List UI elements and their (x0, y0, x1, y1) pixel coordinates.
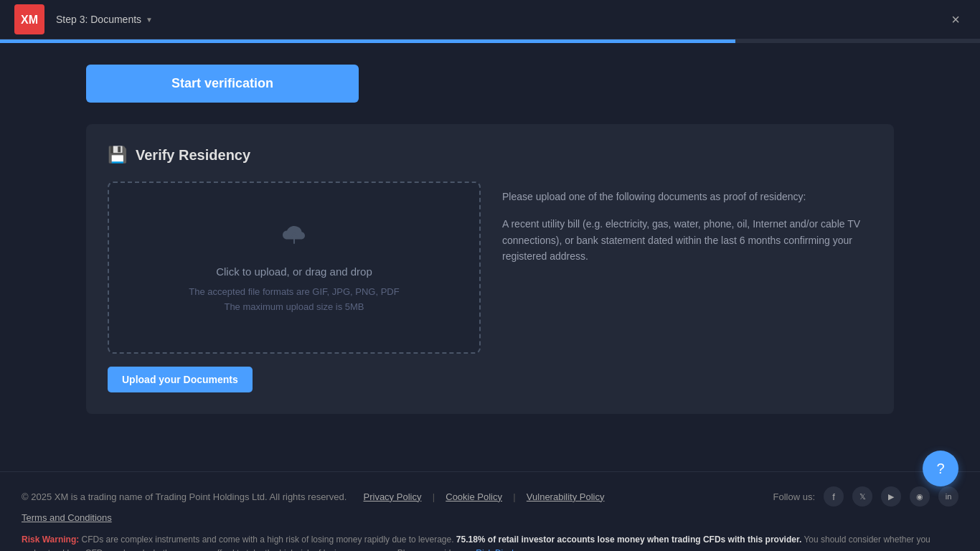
youtube-icon[interactable]: ▶ (881, 486, 901, 507)
risk-text-1: CFDs are complex instruments and come wi… (82, 534, 456, 545)
main-content: Start verification 💾 Verify Residency (0, 43, 980, 443)
verify-residency-title: Verify Residency (136, 147, 250, 164)
footer-tos: Terms and Conditions (22, 512, 958, 523)
footer-risk: Risk Warning: CFDs are complex instrumen… (22, 533, 958, 551)
upload-cloud-icon (277, 220, 311, 255)
upload-formats-text: The accepted file formats are GIF, JPG, … (189, 285, 399, 315)
risk-warning-label: Risk Warning: (22, 534, 79, 545)
footer-sep-3: | (508, 491, 521, 502)
header-left: XM Step 3: Documents ▼ (14, 4, 153, 34)
footer-sep-2: | (427, 491, 440, 502)
footer-sep-1 (352, 491, 357, 502)
residency-info-area: Please upload one of the following docum… (502, 182, 872, 392)
footer-social: Follow us: f 𝕏 ▶ ◉ in (773, 486, 958, 507)
footer: © 2025 XM is a trading name of Trading P… (0, 471, 980, 551)
facebook-icon[interactable]: f (824, 486, 844, 507)
residency-icon: 💾 (108, 146, 127, 164)
svg-text:XM: XM (21, 14, 38, 26)
upload-click-text: Click to upload, or drag and drop (216, 265, 372, 278)
risk-disclosure-link[interactable]: Risk Disclosure (476, 548, 535, 551)
linkedin-icon[interactable]: in (938, 486, 958, 507)
instagram-icon[interactable]: ◉ (910, 486, 930, 507)
footer-top: © 2025 XM is a trading name of Trading P… (22, 486, 958, 507)
footer-vulnerability-policy[interactable]: Vulnerability Policy (527, 491, 605, 502)
step-label-text: Step 3: Documents (56, 14, 141, 25)
close-button[interactable]: × (946, 9, 966, 31)
follow-us-label: Follow us: (773, 491, 815, 502)
risk-end: . (537, 548, 540, 551)
footer-tos-link[interactable]: Terms and Conditions (22, 512, 112, 523)
upload-dropzone[interactable]: Click to upload, or drag and drop The ac… (108, 182, 481, 354)
xm-logo: XM (14, 4, 44, 34)
footer-privacy-policy[interactable]: Privacy Policy (364, 491, 422, 502)
card-body: Click to upload, or drag and drop The ac… (108, 182, 872, 392)
step-label[interactable]: Step 3: Documents ▼ (56, 14, 153, 25)
info-line-2: A recent utility bill (e.g. electricity,… (502, 216, 872, 264)
start-verification-button[interactable]: Start verification (86, 65, 359, 103)
upload-documents-button[interactable]: Upload your Documents (108, 367, 253, 392)
header: XM Step 3: Documents ▼ × (0, 0, 980, 39)
verify-residency-card: 💾 Verify Residency Click to upload, or d… (86, 124, 894, 414)
twitter-x-icon[interactable]: 𝕏 (852, 486, 872, 507)
footer-cookie-policy[interactable]: Cookie Policy (446, 491, 502, 502)
risk-bold-text: 75.18% of retail investor accounts lose … (456, 534, 801, 545)
info-line-1: Please upload one of the following docum… (502, 189, 872, 204)
footer-links: © 2025 XM is a trading name of Trading P… (22, 491, 604, 502)
verify-card-header: 💾 Verify Residency (108, 146, 872, 164)
support-button[interactable]: ? (923, 451, 958, 486)
chevron-down-icon: ▼ (146, 16, 153, 24)
footer-copyright: © 2025 XM is a trading name of Trading P… (22, 491, 347, 502)
upload-area-wrap: Click to upload, or drag and drop The ac… (108, 182, 481, 392)
